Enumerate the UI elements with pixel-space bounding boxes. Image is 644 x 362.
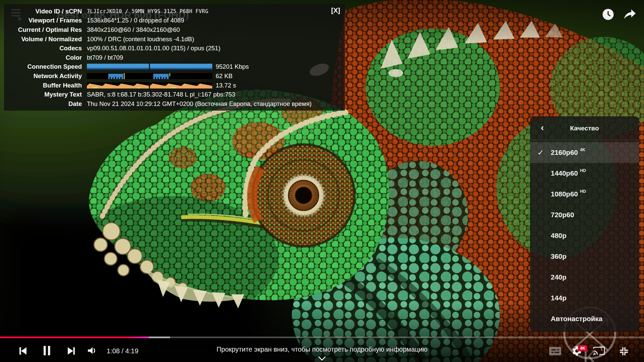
quality-badge-hd: HD	[580, 168, 586, 173]
stat-label: Date	[4, 100, 82, 108]
stats-row-codecs: Codecs vp09.00.51.08.01.01.01.01.00 (315…	[4, 44, 345, 53]
stat-value: Thu Nov 21 2024 10:29:12 GMT+0200 (Восто…	[87, 100, 312, 108]
quality-label: 1440p60	[551, 169, 578, 177]
stat-label: Codecs	[4, 45, 82, 52]
stats-for-nerds-panel: [X] Video ID / sCPN 7LJIcrJKDI0 / 59MN H…	[4, 4, 345, 111]
connection-speed-graph	[87, 64, 212, 70]
stats-row-viewport: Viewport / Frames 1536x864*1.25 / 0 drop…	[4, 16, 345, 25]
quality-menu-title: Качество	[530, 125, 639, 132]
quality-option-auto[interactable]: Автонастройка	[530, 308, 639, 329]
quality-label: 1080p60	[551, 190, 578, 198]
stat-value: 1536x864*1.25 / 0 dropped of 4089	[87, 17, 184, 24]
stats-row-volume: Volume / Normalized 100% / DRC (content …	[4, 35, 345, 44]
stat-value: bt709 / bt709	[87, 54, 123, 61]
stats-row-color: Color bt709 / bt709	[4, 53, 345, 62]
stats-row-resolution: Current / Optimal Res 3840x2160@60 / 384…	[4, 25, 345, 35]
quality-option-144p[interactable]: 144p	[530, 288, 639, 308]
quality-badge-hd: HD	[580, 189, 586, 194]
quality-label: 720p60	[551, 211, 574, 219]
video-player: Best of 8K HDR 60p (FUHD) [X] Video ID /…	[0, 0, 644, 362]
stat-label: Viewport / Frames	[4, 17, 82, 24]
quality-label: Автонастройка	[551, 315, 602, 323]
stat-label: Current / Optimal Res	[4, 26, 82, 34]
progress-bar[interactable]	[0, 337, 644, 338]
stats-row-buffer-health: Buffer Health 13.72 s	[4, 81, 345, 90]
scroll-hint-text: Прокрутите экран вниз, чтобы посмотреть …	[0, 346, 644, 353]
quality-menu-header: ‹ Качество	[530, 116, 639, 140]
stat-label: Color	[4, 54, 82, 61]
quality-option-2160p60[interactable]: ✓ 2160p60 4K	[530, 142, 639, 163]
network-activity-graph	[87, 73, 212, 79]
quality-label: 360p	[551, 252, 567, 260]
top-right-actions	[602, 8, 637, 21]
quality-option-480p[interactable]: 480p	[530, 225, 639, 246]
stats-close-button[interactable]: [X]	[331, 7, 340, 14]
quality-option-1440p60[interactable]: 1440p60 HD	[530, 163, 639, 184]
stats-row-mystery-text: Mystery Text SABR, s:8 t:68.17 b:35.302-…	[4, 90, 345, 99]
stats-row-connection-speed: Connection Speed 95201 Kbps	[4, 62, 345, 72]
stat-value: SABR, s:8 t:68.17 b:35.302-81.748 L pl_i…	[87, 91, 235, 98]
stat-value: vp09.00.51.08.01.01.01.01.00 (315) / opu…	[87, 45, 220, 52]
quality-label: 144p	[551, 294, 567, 302]
stat-value: 62 KB	[216, 72, 232, 80]
quality-option-720p60[interactable]: 720p60	[530, 204, 639, 225]
quality-label: 240p	[551, 273, 567, 281]
stat-label: Network Activity	[4, 72, 82, 80]
stat-value: 3840x2160@60 / 3840x2160@60	[87, 26, 180, 34]
stats-row-video-id: Video ID / sCPN 7LJIcrJKDI0 / 59MN HY9S …	[4, 7, 345, 16]
check-icon: ✓	[537, 148, 544, 157]
stat-label: Mystery Text	[4, 91, 82, 98]
quality-label: 480p	[551, 232, 567, 240]
stat-label: Connection Speed	[4, 63, 82, 70]
stat-label: Video ID / sCPN	[4, 8, 82, 15]
stat-value: 7LJIcrJKDI0 / 59MN HY9S 31Z5 P68H FVRG	[87, 8, 208, 14]
quality-option-240p[interactable]: 240p	[530, 267, 639, 288]
watch-later-icon[interactable]	[602, 8, 614, 21]
stat-label: Volume / Normalized	[4, 36, 82, 43]
quality-option-360p[interactable]: 360p	[530, 246, 639, 267]
stat-value: 95201 Kbps	[216, 63, 249, 70]
progress-played	[0, 337, 149, 338]
stats-row-network-activity: Network Activity 62 KB	[4, 71, 345, 81]
quality-badge-4k: 4K	[580, 147, 585, 152]
share-icon[interactable]	[623, 8, 637, 20]
quality-options-list: ✓ 2160p60 4K 1440p60 HD 1080p60 HD 720p6…	[530, 140, 639, 329]
stats-row-date: Date Thu Nov 21 2024 10:29:12 GMT+0200 (…	[4, 99, 345, 109]
quality-4k-badge[interactable]: 4K	[578, 345, 587, 351]
quality-menu: ‹ Качество ✓ 2160p60 4K 1440p60 HD 1080p…	[530, 116, 639, 332]
quality-label: 2160p60	[551, 148, 578, 157]
stat-label: Buffer Health	[4, 82, 82, 89]
quality-option-1080p60[interactable]: 1080p60 HD	[530, 184, 639, 204]
stat-value: 100% / DRC (content loudness -4.1dB)	[87, 36, 194, 43]
stat-value: 13.72 s	[216, 82, 236, 89]
buffer-health-graph	[87, 82, 212, 88]
